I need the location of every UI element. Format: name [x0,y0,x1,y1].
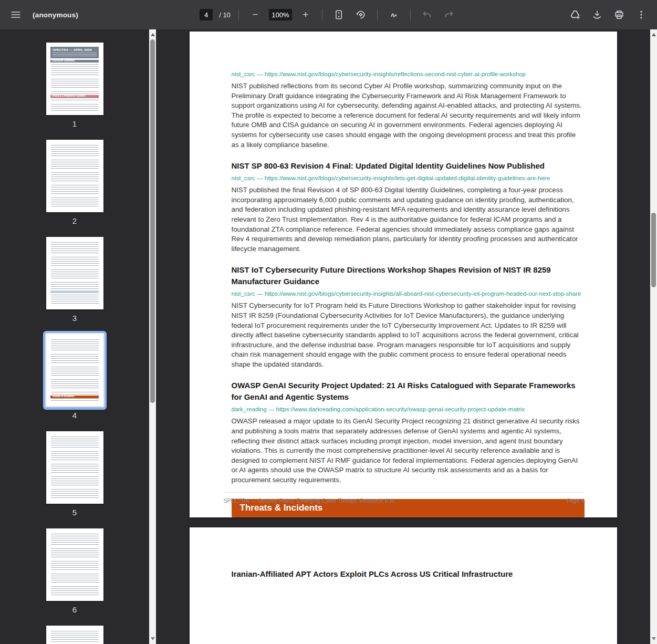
pdf-viewer-app: (anonymous) / 10 − 100% + [0,0,657,644]
sidebar-scrollbar[interactable] [149,29,156,644]
source-link[interactable]: nist_csrc — https://www.nist.gov/blogs/c… [232,70,585,78]
thumbnail-page-2[interactable]: 2 [46,140,103,225]
toolbar-divider [238,9,239,20]
article-heading: Iranian-Affiliated APT Actors Exploit PL… [232,568,585,580]
thumbnail-page-number: 2 [72,216,77,225]
thumbnail-page-number: 5 [72,508,77,517]
annotate-pen-icon[interactable] [385,6,402,23]
thumbnail-section-bar: Threats & Incidents [50,396,99,398]
thumbnail-page-1[interactable]: SPECTRA — APRIL 2026Executive SummaryPol… [46,43,103,128]
main-scrollbar-thumb[interactable] [651,213,656,287]
thumbnail-preview [46,626,103,644]
pdf-page-4: nist_csrc — https://www.nist.gov/blogs/c… [190,32,617,517]
thumbnail-preview: Threats & Incidents [46,334,103,407]
thumbnail-preview [46,237,103,309]
toolbar-divider [377,9,378,20]
thumbnail-page-number: 4 [72,411,77,420]
scroll-up-arrow-icon[interactable] [652,33,656,36]
menu-icon[interactable] [7,6,24,23]
redo-icon[interactable] [441,6,457,23]
footer-page-number: Page 4 [567,497,584,504]
thumbnail-sidebar: SPECTRA — APRIL 2026Executive SummaryPol… [0,29,149,644]
thumbnail-preview [46,431,103,504]
thumbnail-page-number: 1 [72,119,77,128]
article-paragraph: NIST Cybersecurity for IoT Program held … [232,301,585,369]
thumbnail-section-bar [50,290,99,293]
page-number-input[interactable] [200,9,213,20]
main-scrollbar[interactable] [650,29,657,644]
thumbnail-page-4[interactable]: Threats & Incidents4 [46,334,103,420]
article-paragraph: NIST published the final Revision 4 of S… [232,185,585,254]
thumbnail-preview [46,528,103,601]
article-heading: OWASP GenAI Security Project Updated: 21… [232,380,585,403]
thumbnail-cover-title: SPECTRA — APRIL 2026 [53,48,97,51]
zoom-level-display[interactable]: 100% [269,9,292,20]
thumbnail-list: SPECTRA — APRIL 2026Executive SummaryPol… [46,43,103,644]
thumbnail-section-bar: Policy & Compliance Updates [50,95,99,98]
thumbnail-preview: SPECTRA — APRIL 2026Executive SummaryPol… [46,43,103,115]
pdf-toolbar: (anonymous) / 10 − 100% + [0,0,657,29]
thumbnail-page-number: 3 [72,314,77,323]
article-paragraph: NIST published reflections from its seco… [232,81,585,150]
pdf-page-5: Iranian-Affiliated APT Actors Exploit PL… [190,527,617,644]
article-heading: NIST SP 800-63 Revision 4 Final: Updated… [232,160,585,172]
print-icon[interactable] [611,6,628,23]
zoom-out-button[interactable]: − [247,6,264,23]
more-options-icon[interactable] [633,6,650,23]
thumbnail-cover-header: SPECTRA — APRIL 2026 [50,47,99,58]
thumbnail-page-7[interactable]: 7 [46,626,103,644]
thumbnail-preview [46,140,103,212]
page-total-label: / 10 [219,11,231,19]
scroll-up-arrow-icon[interactable] [151,33,155,36]
toolbar-divider [410,9,411,20]
article-paragraph: OWASP released a major update to its Gen… [232,417,585,485]
page-footer: SPECTRA — Security Policy, Emerging Cybe… [224,492,585,504]
fit-to-page-button[interactable] [330,6,347,23]
page4-content: nist_csrc — https://www.nist.gov/blogs/c… [232,70,585,517]
source-link[interactable]: nist_csrc — https://www.nist.gov/blogs/c… [232,174,585,182]
sidebar-scrollbar-thumb[interactable] [150,39,155,403]
thumbnail-page-number: 6 [72,605,77,614]
article-heading: NIST IoT Cybersecurity Future Directions… [232,264,585,287]
toolbar-divider [322,9,322,20]
source-link[interactable]: dark_reading — https://www.darkreading.c… [232,406,585,413]
thumbnail-page-3[interactable]: 3 [46,237,103,323]
thumbnail-section-bar: Executive Summary [50,60,99,62]
source-link[interactable]: nist_csrc — https://www.nist.gov/blogs/c… [232,290,585,298]
undo-icon[interactable] [419,6,435,23]
rotate-icon[interactable] [352,6,369,23]
footer-newsletter-title: SPECTRA — Security Policy, Emerging Cybe… [224,497,395,504]
document-viewer: nist_csrc — https://www.nist.gov/blogs/c… [156,29,650,644]
scroll-down-arrow-icon[interactable] [151,637,155,640]
document-title: (anonymous) [33,11,78,19]
save-to-drive-icon[interactable] [567,6,583,23]
scroll-down-arrow-icon[interactable] [652,637,656,640]
thumbnail-page-6[interactable]: 6 [46,528,103,614]
zoom-in-button[interactable]: + [297,6,314,23]
thumbnail-page-5[interactable]: 5 [46,431,103,517]
download-icon[interactable] [589,6,606,23]
